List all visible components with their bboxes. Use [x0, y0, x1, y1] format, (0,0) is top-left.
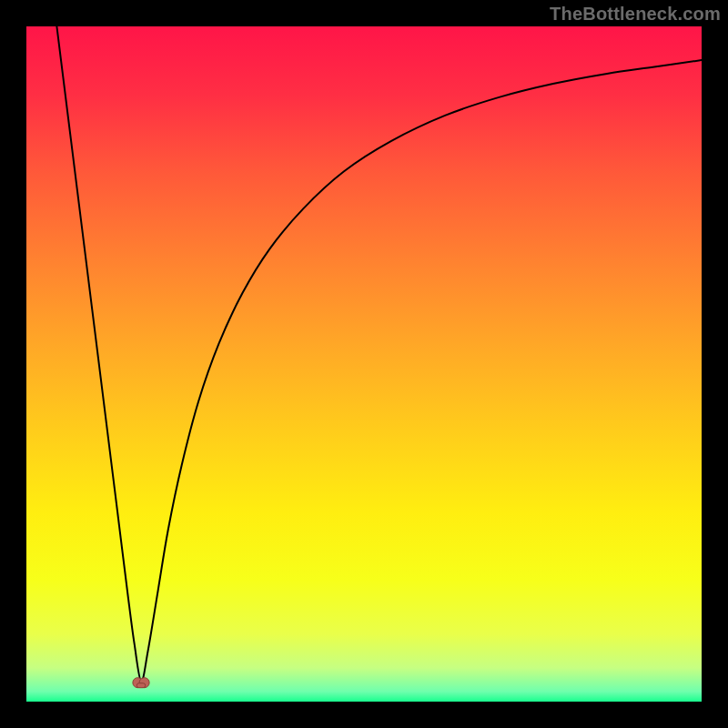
chart-container: TheBottleneck.com [0, 0, 728, 728]
plot-area [26, 26, 702, 702]
watermark-label: TheBottleneck.com [550, 4, 721, 25]
